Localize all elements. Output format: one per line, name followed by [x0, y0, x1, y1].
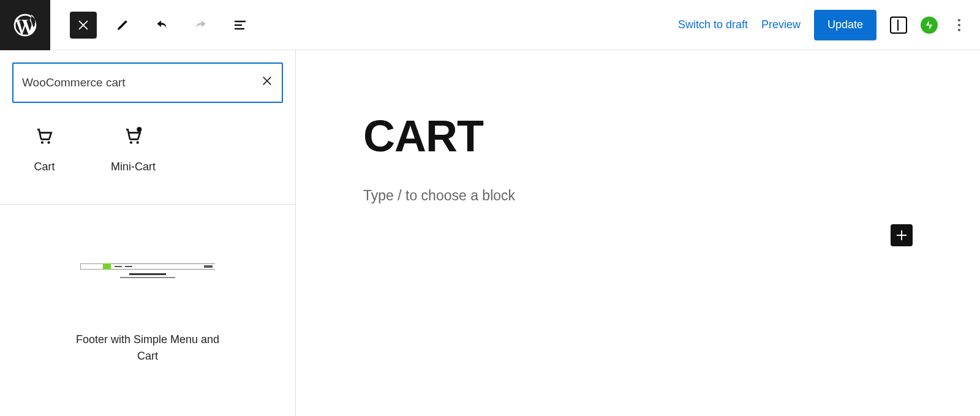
wordpress-logo[interactable]	[0, 0, 50, 50]
redo-icon	[193, 17, 209, 33]
close-inserter-button[interactable]	[70, 12, 97, 39]
editor-canvas[interactable]: CART Type / to choose a block	[296, 50, 980, 416]
block-search	[12, 62, 283, 103]
block-inserter-panel: Cart Mini-Cart	[0, 50, 296, 416]
undo-button[interactable]	[148, 12, 175, 39]
block-item-cart[interactable]: Cart	[0, 126, 89, 173]
settings-sidebar-toggle[interactable]	[890, 17, 907, 34]
list-view-icon	[233, 18, 247, 32]
pattern-results: Footer with Simple Menu and Cart	[0, 205, 295, 416]
svg-point-4	[137, 127, 141, 132]
wordpress-icon	[12, 12, 39, 39]
document-overview-button[interactable]	[227, 12, 254, 39]
cart-icon	[35, 126, 55, 146]
preview-link[interactable]: Preview	[761, 18, 801, 31]
plus-icon	[895, 229, 908, 242]
undo-icon	[154, 17, 170, 33]
tools-button[interactable]	[109, 12, 136, 39]
pattern-thumbnail[interactable]	[80, 260, 215, 293]
clear-search-icon[interactable]	[261, 75, 273, 91]
block-label: Cart	[34, 161, 55, 173]
redo-button[interactable]	[187, 12, 214, 39]
close-icon	[77, 18, 90, 32]
block-results: Cart Mini-Cart	[0, 115, 295, 204]
update-button[interactable]: Update	[814, 10, 876, 40]
mini-cart-icon	[124, 126, 143, 146]
block-item-mini-cart[interactable]: Mini-Cart	[89, 126, 178, 173]
block-search-input[interactable]	[22, 76, 261, 89]
svg-point-1	[47, 142, 50, 144]
switch-to-draft-link[interactable]: Switch to draft	[678, 18, 748, 31]
jetpack-icon	[923, 19, 935, 31]
page-title[interactable]: CART	[363, 114, 913, 158]
options-menu[interactable]	[951, 19, 967, 31]
top-bar: Switch to draft Preview Update	[0, 0, 980, 50]
toolbar-right: Switch to draft Preview Update	[678, 10, 980, 40]
toolbar-left	[50, 12, 254, 39]
pattern-label: Footer with Simple Menu and Cart	[68, 331, 227, 365]
block-placeholder[interactable]: Type / to choose a block	[363, 187, 913, 204]
block-label: Mini-Cart	[111, 161, 156, 173]
svg-point-3	[136, 142, 138, 144]
jetpack-button[interactable]	[921, 17, 938, 34]
svg-point-2	[129, 142, 132, 144]
svg-point-0	[40, 142, 43, 144]
pencil-icon	[115, 18, 130, 32]
add-block-button[interactable]	[891, 224, 913, 246]
